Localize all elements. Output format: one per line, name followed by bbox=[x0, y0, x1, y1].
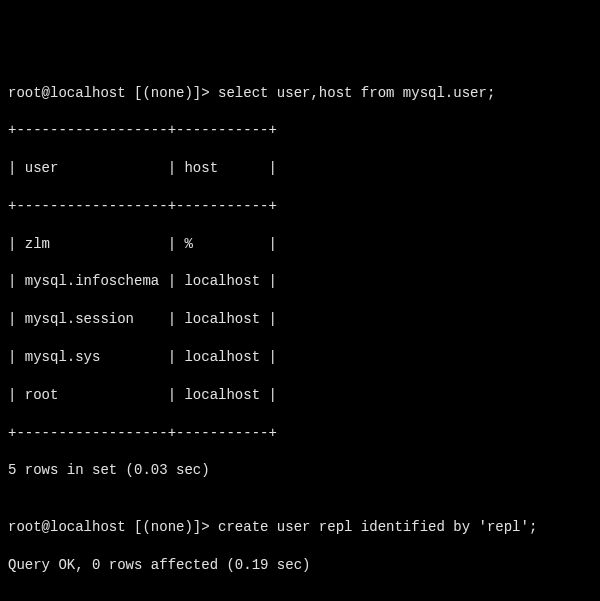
table-separator: +------------------+-----------+ bbox=[8, 121, 592, 140]
table-row: | zlm | % | bbox=[8, 235, 592, 254]
table-row: | root | localhost | bbox=[8, 386, 592, 405]
table-row: | mysql.infoschema | localhost | bbox=[8, 272, 592, 291]
sql-prompt-line-1: root@localhost [(none)]> select user,hos… bbox=[8, 84, 592, 103]
table-row: | mysql.sys | localhost | bbox=[8, 348, 592, 367]
table-row: | mysql.session | localhost | bbox=[8, 310, 592, 329]
table-separator: +------------------+-----------+ bbox=[8, 197, 592, 216]
table-header-row: | user | host | bbox=[8, 159, 592, 178]
result-summary: 5 rows in set (0.03 sec) bbox=[8, 461, 592, 480]
table-separator: +------------------+-----------+ bbox=[8, 424, 592, 443]
sql-prompt-line-2: root@localhost [(none)]> create user rep… bbox=[8, 518, 592, 537]
result-summary: Query OK, 0 rows affected (0.19 sec) bbox=[8, 556, 592, 575]
